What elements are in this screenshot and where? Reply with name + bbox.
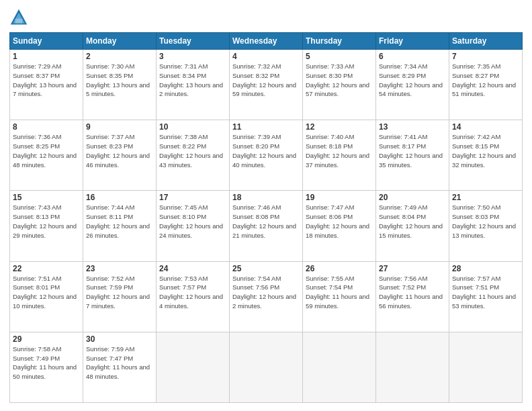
day-number: 3 [159, 52, 226, 61]
day-info: Sunrise: 7:57 AMSunset: 7:51 PMDaylight:… [452, 275, 516, 310]
calendar-cell: 26 Sunrise: 7:55 AMSunset: 7:54 PMDaylig… [303, 261, 376, 332]
day-info: Sunrise: 7:42 AMSunset: 8:15 PMDaylight:… [452, 133, 516, 168]
day-number: 23 [86, 264, 153, 273]
day-number: 2 [86, 52, 153, 61]
day-number: 30 [86, 334, 153, 344]
calendar-cell: 1 Sunrise: 7:29 AMSunset: 8:37 PMDayligh… [10, 50, 83, 120]
day-info: Sunrise: 7:58 AMSunset: 7:49 PMDaylight:… [13, 345, 77, 380]
day-info: Sunrise: 7:34 AMSunset: 8:29 PMDaylight:… [379, 62, 443, 97]
calendar-cell: 28 Sunrise: 7:57 AMSunset: 7:51 PMDaylig… [449, 261, 523, 332]
weekday-header-thursday: Thursday [303, 33, 376, 50]
day-info: Sunrise: 7:56 AMSunset: 7:52 PMDaylight:… [379, 275, 443, 310]
calendar-cell: 5 Sunrise: 7:33 AMSunset: 8:30 PMDayligh… [303, 50, 376, 120]
calendar-cell: 19 Sunrise: 7:47 AMSunset: 8:06 PMDaylig… [303, 191, 376, 261]
day-number: 9 [86, 122, 153, 132]
calendar-week-4: 22 Sunrise: 7:51 AMSunset: 8:01 PMDaylig… [10, 261, 523, 332]
day-info: Sunrise: 7:51 AMSunset: 8:01 PMDaylight:… [13, 275, 77, 310]
day-info: Sunrise: 7:29 AMSunset: 8:37 PMDaylight:… [13, 62, 77, 97]
day-info: Sunrise: 7:35 AMSunset: 8:27 PMDaylight:… [452, 62, 516, 97]
calendar-cell: 4 Sunrise: 7:32 AMSunset: 8:32 PMDayligh… [230, 50, 303, 120]
day-info: Sunrise: 7:44 AMSunset: 8:11 PMDaylight:… [86, 203, 150, 238]
logo [9, 8, 31, 27]
day-info: Sunrise: 7:37 AMSunset: 8:23 PMDaylight:… [86, 133, 150, 168]
day-info: Sunrise: 7:40 AMSunset: 8:18 PMDaylight:… [306, 133, 369, 168]
day-info: Sunrise: 7:41 AMSunset: 8:17 PMDaylight:… [379, 133, 443, 168]
day-number: 4 [232, 52, 300, 61]
calendar-cell: 12 Sunrise: 7:40 AMSunset: 8:18 PMDaylig… [303, 120, 376, 191]
day-number: 19 [306, 193, 373, 202]
weekday-header-sunday: Sunday [10, 33, 83, 50]
weekday-header-wednesday: Wednesday [230, 33, 303, 50]
calendar-cell: 7 Sunrise: 7:35 AMSunset: 8:27 PMDayligh… [449, 50, 523, 120]
calendar-cell: 3 Sunrise: 7:31 AMSunset: 8:34 PMDayligh… [157, 50, 230, 120]
day-info: Sunrise: 7:33 AMSunset: 8:30 PMDaylight:… [306, 62, 369, 97]
day-info: Sunrise: 7:59 AMSunset: 7:47 PMDaylight:… [86, 345, 150, 380]
calendar-week-3: 15 Sunrise: 7:43 AMSunset: 8:13 PMDaylig… [10, 191, 523, 261]
calendar-cell [449, 332, 523, 402]
calendar-cell: 24 Sunrise: 7:53 AMSunset: 7:57 PMDaylig… [157, 261, 230, 332]
day-info: Sunrise: 7:54 AMSunset: 7:56 PMDaylight:… [232, 275, 296, 310]
weekday-header-monday: Monday [83, 33, 157, 50]
calendar-cell: 2 Sunrise: 7:30 AMSunset: 8:35 PMDayligh… [83, 50, 157, 120]
day-info: Sunrise: 7:43 AMSunset: 8:13 PMDaylight:… [13, 203, 77, 238]
day-number: 16 [86, 193, 153, 202]
day-number: 20 [379, 193, 446, 202]
day-number: 14 [452, 122, 519, 132]
day-number: 22 [13, 264, 80, 273]
day-info: Sunrise: 7:47 AMSunset: 8:06 PMDaylight:… [306, 203, 369, 238]
weekday-header-tuesday: Tuesday [157, 33, 230, 50]
calendar-cell [157, 332, 230, 402]
day-info: Sunrise: 7:53 AMSunset: 7:57 PMDaylight:… [159, 275, 223, 310]
day-number: 26 [306, 264, 373, 273]
day-number: 1 [13, 52, 80, 61]
calendar-cell: 15 Sunrise: 7:43 AMSunset: 8:13 PMDaylig… [10, 191, 83, 261]
calendar-cell: 16 Sunrise: 7:44 AMSunset: 8:11 PMDaylig… [83, 191, 157, 261]
day-info: Sunrise: 7:49 AMSunset: 8:04 PMDaylight:… [379, 203, 443, 238]
page: SundayMondayTuesdayWednesdayThursdayFrid… [0, 0, 532, 411]
day-info: Sunrise: 7:30 AMSunset: 8:35 PMDaylight:… [86, 62, 150, 97]
calendar-cell: 13 Sunrise: 7:41 AMSunset: 8:17 PMDaylig… [376, 120, 449, 191]
day-number: 12 [306, 122, 373, 132]
svg-rect-2 [15, 19, 23, 24]
day-info: Sunrise: 7:31 AMSunset: 8:34 PMDaylight:… [159, 62, 223, 97]
day-number: 28 [452, 264, 519, 273]
day-number: 6 [379, 52, 446, 61]
logo-icon [9, 8, 28, 27]
day-number: 18 [232, 193, 300, 202]
day-number: 25 [232, 264, 300, 273]
day-number: 11 [232, 122, 300, 132]
calendar-cell: 27 Sunrise: 7:56 AMSunset: 7:52 PMDaylig… [376, 261, 449, 332]
day-info: Sunrise: 7:39 AMSunset: 8:20 PMDaylight:… [232, 133, 296, 168]
day-number: 27 [379, 264, 446, 273]
day-info: Sunrise: 7:45 AMSunset: 8:10 PMDaylight:… [159, 203, 223, 238]
calendar-cell: 23 Sunrise: 7:52 AMSunset: 7:59 PMDaylig… [83, 261, 157, 332]
calendar-cell: 25 Sunrise: 7:54 AMSunset: 7:56 PMDaylig… [230, 261, 303, 332]
calendar-cell: 22 Sunrise: 7:51 AMSunset: 8:01 PMDaylig… [10, 261, 83, 332]
day-number: 10 [159, 122, 226, 132]
calendar-cell: 14 Sunrise: 7:42 AMSunset: 8:15 PMDaylig… [449, 120, 523, 191]
day-info: Sunrise: 7:55 AMSunset: 7:54 PMDaylight:… [306, 275, 369, 310]
day-number: 15 [13, 193, 80, 202]
day-number: 29 [13, 334, 80, 344]
calendar-table: SundayMondayTuesdayWednesdayThursdayFrid… [9, 32, 523, 403]
calendar-cell: 8 Sunrise: 7:36 AMSunset: 8:25 PMDayligh… [10, 120, 83, 191]
calendar-cell: 30 Sunrise: 7:59 AMSunset: 7:47 PMDaylig… [83, 332, 157, 402]
calendar-cell [303, 332, 376, 402]
day-info: Sunrise: 7:52 AMSunset: 7:59 PMDaylight:… [86, 275, 150, 310]
day-info: Sunrise: 7:46 AMSunset: 8:08 PMDaylight:… [232, 203, 296, 238]
day-number: 24 [159, 264, 226, 273]
calendar-cell: 11 Sunrise: 7:39 AMSunset: 8:20 PMDaylig… [230, 120, 303, 191]
calendar-cell: 9 Sunrise: 7:37 AMSunset: 8:23 PMDayligh… [83, 120, 157, 191]
weekday-header-row: SundayMondayTuesdayWednesdayThursdayFrid… [10, 33, 523, 50]
calendar-cell: 10 Sunrise: 7:38 AMSunset: 8:22 PMDaylig… [157, 120, 230, 191]
calendar-week-1: 1 Sunrise: 7:29 AMSunset: 8:37 PMDayligh… [10, 50, 523, 120]
day-number: 17 [159, 193, 226, 202]
calendar-cell: 18 Sunrise: 7:46 AMSunset: 8:08 PMDaylig… [230, 191, 303, 261]
day-number: 13 [379, 122, 446, 132]
calendar-cell [230, 332, 303, 402]
day-number: 8 [13, 122, 80, 132]
day-info: Sunrise: 7:36 AMSunset: 8:25 PMDaylight:… [13, 133, 77, 168]
day-number: 5 [306, 52, 373, 61]
calendar-week-5: 29 Sunrise: 7:58 AMSunset: 7:49 PMDaylig… [10, 332, 523, 402]
calendar-cell: 21 Sunrise: 7:50 AMSunset: 8:03 PMDaylig… [449, 191, 523, 261]
